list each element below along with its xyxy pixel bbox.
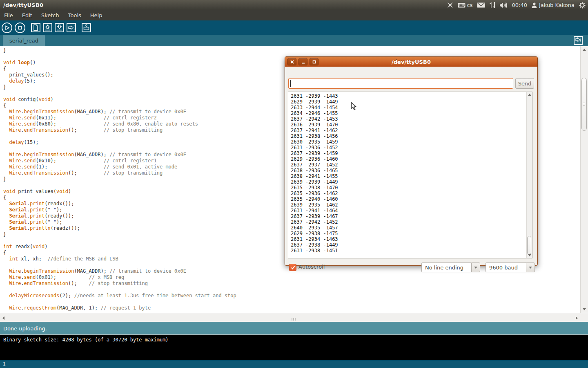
- scroll-down-arrow-icon[interactable]: [583, 308, 586, 310]
- down-arrow-icon: [56, 24, 63, 31]
- mouse-cursor: [351, 102, 357, 112]
- serial-scroll-up-icon[interactable]: [528, 94, 531, 96]
- serial-scroll-down-icon[interactable]: [528, 254, 531, 256]
- play-icon: [2, 23, 11, 32]
- serial-window-body: Send 2631 -2939 -1443 2629 -2939 -1449 2…: [285, 67, 537, 265]
- menu-edit[interactable]: Edit: [18, 10, 37, 20]
- status-bar: Done uploading.: [0, 322, 588, 334]
- active-window-title: /dev/ttyUSB0: [0, 2, 43, 8]
- editor-horizontal-scrollbar[interactable]: [0, 313, 588, 322]
- console-text: Binary sketch size: 4208 bytes (of a 307…: [0, 335, 588, 343]
- close-window-button[interactable]: [287, 58, 296, 65]
- menu-file[interactable]: File: [0, 10, 18, 20]
- arrow-right-icon: [575, 36, 581, 45]
- autoscroll-checkbox[interactable]: [289, 264, 296, 271]
- tab-serial-read[interactable]: serial_read: [3, 35, 45, 46]
- autoscroll-label[interactable]: Autoscroll: [298, 264, 325, 270]
- tab-bar: serial_read: [0, 35, 588, 46]
- system-top-bar: /dev/ttyUSB0 cs 00:40 Jakub Kakona: [0, 0, 588, 10]
- editor-vertical-scrollbar[interactable]: [580, 46, 588, 313]
- user-name-label[interactable]: Jakub Kakona: [539, 2, 575, 8]
- serial-window-titlebar[interactable]: /dev/ttyUSB0: [285, 57, 537, 67]
- stop-icon: [16, 23, 24, 32]
- line-number-strip: 1: [0, 360, 588, 368]
- tab-menu-button[interactable]: [574, 36, 583, 45]
- upload-button[interactable]: [67, 23, 76, 32]
- serial-window-title: /dev/ttyUSB0: [285, 59, 537, 65]
- menu-bar: File Edit Sketch Tools Help: [0, 10, 588, 20]
- up-arrow-icon: [44, 24, 51, 31]
- menu-sketch[interactable]: Sketch: [37, 10, 64, 20]
- keyboard-layout-label[interactable]: cs: [467, 2, 473, 8]
- serial-monitor-button[interactable]: [82, 23, 91, 32]
- scroll-right-arrow-icon[interactable]: [576, 316, 578, 320]
- minimize-window-button[interactable]: [298, 58, 307, 65]
- serial-send-input[interactable]: [288, 78, 513, 89]
- session-gear-icon[interactable]: [579, 2, 586, 9]
- clock-label[interactable]: 00:40: [512, 2, 527, 8]
- indicator-icon[interactable]: [447, 2, 453, 8]
- vertical-scroll-thumb[interactable]: [581, 78, 587, 131]
- scroll-left-arrow-icon[interactable]: [2, 316, 4, 320]
- serial-output-pane[interactable]: 2631 -2939 -1443 2629 -2939 -1449 2633 -…: [288, 92, 532, 258]
- status-message: Done uploading.: [3, 325, 47, 332]
- arduino-ide-screen: /dev/ttyUSB0 cs 00:40 Jakub Kakona File …: [0, 0, 588, 368]
- open-sketch-button[interactable]: [43, 23, 52, 32]
- line-ending-value: No line ending: [421, 263, 471, 272]
- maximize-window-button[interactable]: [310, 58, 318, 65]
- network-icon[interactable]: [490, 2, 495, 8]
- chevron-down-icon[interactable]: [526, 263, 535, 272]
- serial-scroll-thumb[interactable]: [527, 236, 531, 255]
- serial-monitor-icon: [82, 24, 90, 31]
- mail-icon[interactable]: [477, 2, 485, 8]
- system-tray: cs 00:40 Jakub Kakona: [447, 0, 586, 10]
- line-number: 1: [3, 361, 6, 367]
- serial-output-text: 2631 -2939 -1443 2629 -2939 -1449 2633 -…: [288, 92, 532, 254]
- ide-toolbar: [0, 20, 588, 35]
- chevron-down-icon[interactable]: [471, 263, 480, 272]
- scroll-up-arrow-icon[interactable]: [583, 49, 586, 51]
- volume-icon[interactable]: [500, 2, 507, 8]
- baud-rate-select[interactable]: 9600 baud: [486, 263, 535, 272]
- serial-options-row: Autoscroll No line ending 9600 baud: [285, 262, 537, 274]
- menu-tools[interactable]: Tools: [64, 10, 86, 20]
- baud-rate-value: 9600 baud: [486, 263, 526, 272]
- new-document-icon: [32, 24, 40, 31]
- stop-button[interactable]: [15, 22, 25, 33]
- text-caret: [290, 80, 291, 87]
- horizontal-scroll-grip[interactable]: [292, 318, 292, 321]
- verify-button[interactable]: [2, 22, 12, 33]
- send-button-label: Send: [518, 81, 532, 87]
- serial-vertical-scrollbar[interactable]: [526, 92, 532, 258]
- line-ending-select[interactable]: No line ending: [421, 263, 480, 272]
- serial-monitor-window: /dev/ttyUSB0 Send 2631 -2939 -1443 2629 …: [285, 56, 538, 266]
- save-sketch-button[interactable]: [55, 23, 64, 32]
- right-arrow-icon: [67, 24, 75, 31]
- build-console: Binary sketch size: 4208 bytes (of a 307…: [0, 334, 588, 360]
- tab-label: serial_read: [9, 38, 38, 44]
- keyboard-icon[interactable]: [458, 3, 466, 8]
- send-button[interactable]: Send: [515, 78, 534, 89]
- menu-help[interactable]: Help: [86, 10, 107, 20]
- new-sketch-button[interactable]: [31, 23, 40, 32]
- user-icon: [532, 2, 537, 8]
